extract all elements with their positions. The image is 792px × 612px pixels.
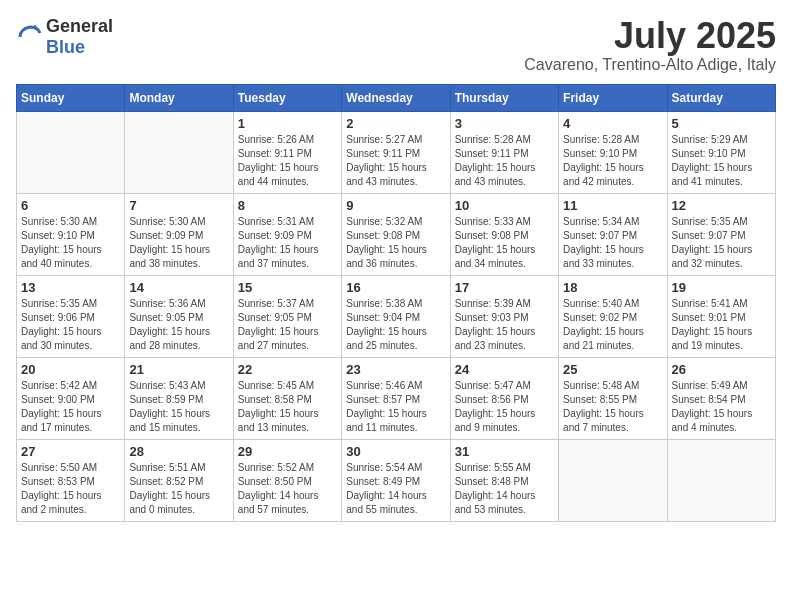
calendar-cell: 28Sunrise: 5:51 AM Sunset: 8:52 PM Dayli… [125, 439, 233, 521]
logo-icon [16, 23, 44, 51]
day-info: Sunrise: 5:54 AM Sunset: 8:49 PM Dayligh… [346, 461, 445, 517]
title-block: July 2025 Cavareno, Trentino-Alto Adige,… [524, 16, 776, 74]
calendar-cell: 17Sunrise: 5:39 AM Sunset: 9:03 PM Dayli… [450, 275, 558, 357]
day-number: 26 [672, 362, 771, 377]
day-info: Sunrise: 5:40 AM Sunset: 9:02 PM Dayligh… [563, 297, 662, 353]
day-number: 9 [346, 198, 445, 213]
logo-blue: Blue [46, 37, 85, 57]
calendar-cell: 27Sunrise: 5:50 AM Sunset: 8:53 PM Dayli… [17, 439, 125, 521]
weekday-header-saturday: Saturday [667, 84, 775, 111]
day-info: Sunrise: 5:39 AM Sunset: 9:03 PM Dayligh… [455, 297, 554, 353]
weekday-header-friday: Friday [559, 84, 667, 111]
day-number: 13 [21, 280, 120, 295]
calendar-week-5: 27Sunrise: 5:50 AM Sunset: 8:53 PM Dayli… [17, 439, 776, 521]
calendar-body: 1Sunrise: 5:26 AM Sunset: 9:11 PM Daylig… [17, 111, 776, 521]
day-info: Sunrise: 5:45 AM Sunset: 8:58 PM Dayligh… [238, 379, 337, 435]
calendar-cell: 13Sunrise: 5:35 AM Sunset: 9:06 PM Dayli… [17, 275, 125, 357]
day-info: Sunrise: 5:38 AM Sunset: 9:04 PM Dayligh… [346, 297, 445, 353]
calendar-cell [667, 439, 775, 521]
month-title: July 2025 [524, 16, 776, 56]
weekday-header-sunday: Sunday [17, 84, 125, 111]
day-number: 27 [21, 444, 120, 459]
logo: General Blue [16, 16, 113, 58]
day-number: 30 [346, 444, 445, 459]
day-info: Sunrise: 5:52 AM Sunset: 8:50 PM Dayligh… [238, 461, 337, 517]
calendar-cell: 29Sunrise: 5:52 AM Sunset: 8:50 PM Dayli… [233, 439, 341, 521]
day-info: Sunrise: 5:37 AM Sunset: 9:05 PM Dayligh… [238, 297, 337, 353]
calendar-cell: 12Sunrise: 5:35 AM Sunset: 9:07 PM Dayli… [667, 193, 775, 275]
day-number: 21 [129, 362, 228, 377]
day-number: 3 [455, 116, 554, 131]
day-info: Sunrise: 5:29 AM Sunset: 9:10 PM Dayligh… [672, 133, 771, 189]
day-info: Sunrise: 5:26 AM Sunset: 9:11 PM Dayligh… [238, 133, 337, 189]
day-number: 1 [238, 116, 337, 131]
day-number: 20 [21, 362, 120, 377]
day-number: 17 [455, 280, 554, 295]
calendar-cell: 6Sunrise: 5:30 AM Sunset: 9:10 PM Daylig… [17, 193, 125, 275]
day-number: 16 [346, 280, 445, 295]
day-number: 28 [129, 444, 228, 459]
calendar-week-2: 6Sunrise: 5:30 AM Sunset: 9:10 PM Daylig… [17, 193, 776, 275]
calendar-cell: 3Sunrise: 5:28 AM Sunset: 9:11 PM Daylig… [450, 111, 558, 193]
calendar-cell: 2Sunrise: 5:27 AM Sunset: 9:11 PM Daylig… [342, 111, 450, 193]
calendar-cell: 9Sunrise: 5:32 AM Sunset: 9:08 PM Daylig… [342, 193, 450, 275]
calendar-table: SundayMondayTuesdayWednesdayThursdayFrid… [16, 84, 776, 522]
weekday-header-tuesday: Tuesday [233, 84, 341, 111]
day-number: 31 [455, 444, 554, 459]
day-number: 12 [672, 198, 771, 213]
day-info: Sunrise: 5:41 AM Sunset: 9:01 PM Dayligh… [672, 297, 771, 353]
day-number: 14 [129, 280, 228, 295]
calendar-cell: 7Sunrise: 5:30 AM Sunset: 9:09 PM Daylig… [125, 193, 233, 275]
calendar-cell: 16Sunrise: 5:38 AM Sunset: 9:04 PM Dayli… [342, 275, 450, 357]
day-info: Sunrise: 5:48 AM Sunset: 8:55 PM Dayligh… [563, 379, 662, 435]
day-info: Sunrise: 5:32 AM Sunset: 9:08 PM Dayligh… [346, 215, 445, 271]
calendar-cell: 26Sunrise: 5:49 AM Sunset: 8:54 PM Dayli… [667, 357, 775, 439]
calendar-cell: 15Sunrise: 5:37 AM Sunset: 9:05 PM Dayli… [233, 275, 341, 357]
day-info: Sunrise: 5:35 AM Sunset: 9:07 PM Dayligh… [672, 215, 771, 271]
day-number: 18 [563, 280, 662, 295]
calendar-cell: 10Sunrise: 5:33 AM Sunset: 9:08 PM Dayli… [450, 193, 558, 275]
day-number: 7 [129, 198, 228, 213]
day-number: 23 [346, 362, 445, 377]
calendar-cell: 8Sunrise: 5:31 AM Sunset: 9:09 PM Daylig… [233, 193, 341, 275]
day-info: Sunrise: 5:50 AM Sunset: 8:53 PM Dayligh… [21, 461, 120, 517]
day-info: Sunrise: 5:34 AM Sunset: 9:07 PM Dayligh… [563, 215, 662, 271]
day-info: Sunrise: 5:27 AM Sunset: 9:11 PM Dayligh… [346, 133, 445, 189]
day-info: Sunrise: 5:47 AM Sunset: 8:56 PM Dayligh… [455, 379, 554, 435]
day-info: Sunrise: 5:28 AM Sunset: 9:11 PM Dayligh… [455, 133, 554, 189]
day-number: 15 [238, 280, 337, 295]
day-number: 19 [672, 280, 771, 295]
calendar-cell [125, 111, 233, 193]
day-info: Sunrise: 5:35 AM Sunset: 9:06 PM Dayligh… [21, 297, 120, 353]
calendar-cell: 4Sunrise: 5:28 AM Sunset: 9:10 PM Daylig… [559, 111, 667, 193]
day-number: 6 [21, 198, 120, 213]
calendar-week-4: 20Sunrise: 5:42 AM Sunset: 9:00 PM Dayli… [17, 357, 776, 439]
calendar-week-3: 13Sunrise: 5:35 AM Sunset: 9:06 PM Dayli… [17, 275, 776, 357]
day-number: 4 [563, 116, 662, 131]
day-number: 2 [346, 116, 445, 131]
day-number: 25 [563, 362, 662, 377]
day-info: Sunrise: 5:30 AM Sunset: 9:09 PM Dayligh… [129, 215, 228, 271]
calendar-cell: 24Sunrise: 5:47 AM Sunset: 8:56 PM Dayli… [450, 357, 558, 439]
day-info: Sunrise: 5:30 AM Sunset: 9:10 PM Dayligh… [21, 215, 120, 271]
calendar-cell: 22Sunrise: 5:45 AM Sunset: 8:58 PM Dayli… [233, 357, 341, 439]
day-number: 10 [455, 198, 554, 213]
day-info: Sunrise: 5:51 AM Sunset: 8:52 PM Dayligh… [129, 461, 228, 517]
day-info: Sunrise: 5:36 AM Sunset: 9:05 PM Dayligh… [129, 297, 228, 353]
calendar-cell: 18Sunrise: 5:40 AM Sunset: 9:02 PM Dayli… [559, 275, 667, 357]
calendar-cell: 25Sunrise: 5:48 AM Sunset: 8:55 PM Dayli… [559, 357, 667, 439]
calendar-cell: 21Sunrise: 5:43 AM Sunset: 8:59 PM Dayli… [125, 357, 233, 439]
calendar-cell: 11Sunrise: 5:34 AM Sunset: 9:07 PM Dayli… [559, 193, 667, 275]
calendar-cell: 1Sunrise: 5:26 AM Sunset: 9:11 PM Daylig… [233, 111, 341, 193]
day-info: Sunrise: 5:43 AM Sunset: 8:59 PM Dayligh… [129, 379, 228, 435]
day-number: 22 [238, 362, 337, 377]
calendar-cell [559, 439, 667, 521]
weekday-header-thursday: Thursday [450, 84, 558, 111]
calendar-header: SundayMondayTuesdayWednesdayThursdayFrid… [17, 84, 776, 111]
day-number: 11 [563, 198, 662, 213]
day-info: Sunrise: 5:31 AM Sunset: 9:09 PM Dayligh… [238, 215, 337, 271]
calendar-cell: 5Sunrise: 5:29 AM Sunset: 9:10 PM Daylig… [667, 111, 775, 193]
calendar-cell: 23Sunrise: 5:46 AM Sunset: 8:57 PM Dayli… [342, 357, 450, 439]
calendar-cell [17, 111, 125, 193]
weekday-header-wednesday: Wednesday [342, 84, 450, 111]
